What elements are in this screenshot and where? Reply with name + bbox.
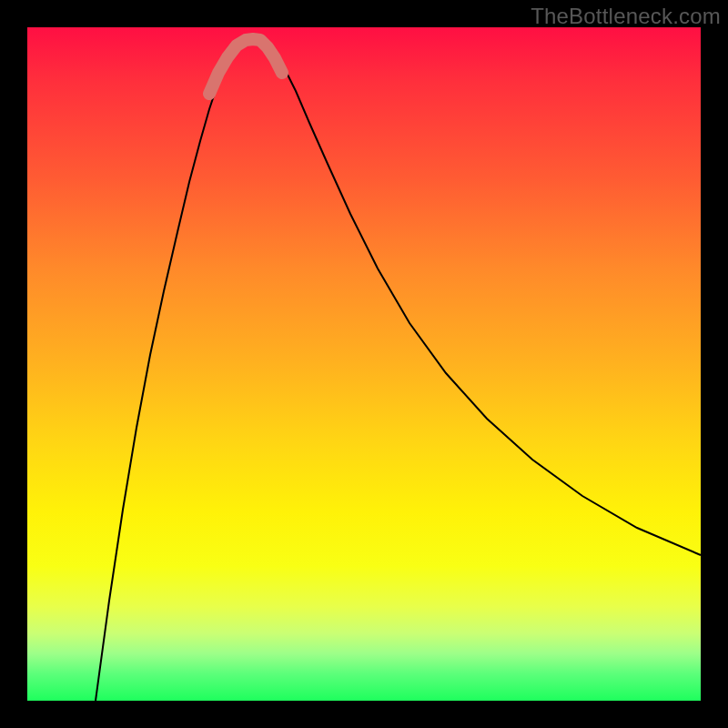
chart-svg bbox=[27, 27, 701, 701]
plot-area bbox=[27, 27, 701, 701]
watermark-text: TheBottleneck.com bbox=[531, 4, 721, 29]
bottleneck-curve bbox=[96, 35, 701, 701]
marker-u bbox=[209, 39, 282, 94]
chart-frame: TheBottleneck.com bbox=[0, 0, 728, 728]
